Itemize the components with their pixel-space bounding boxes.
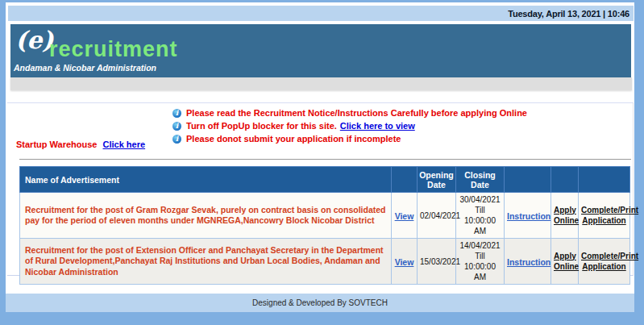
startup-warehouse-link[interactable]: Click here — [103, 140, 146, 149]
opening-date: 02/04/2021 — [418, 193, 456, 239]
advertisement-name: Recruitment for the post of Extension Of… — [20, 239, 392, 285]
notice-item: i Please donot submit your application i… — [172, 134, 527, 144]
opening-date: 15/03/2021 — [418, 239, 456, 285]
info-icon: i — [172, 109, 181, 118]
table-header-row: Name of Advertisement Opening Date Closi… — [20, 167, 630, 193]
menu-bar — [10, 77, 632, 90]
site-header: (e) recruitment Andaman & Nicobar Admini… — [10, 24, 631, 77]
notice-text: Please read the Recruitment Notice/Instr… — [186, 108, 527, 118]
col-header-name: Name of Advertisement — [20, 167, 392, 193]
col-header-apply — [551, 167, 579, 193]
table-row: Recruitment for the post of Extension Of… — [20, 239, 630, 285]
col-header-print — [579, 167, 630, 193]
notice-text: Turn off PopUp blocker for this site. — [186, 121, 337, 131]
col-header-view — [392, 167, 418, 193]
closing-date-line2: 10:00:00 AM — [464, 262, 496, 281]
view-link[interactable]: View — [395, 211, 414, 221]
instruction-link[interactable]: Instruction — [507, 257, 551, 267]
complete-print-application-link[interactable]: Complete/PrintApplication — [581, 205, 627, 227]
site-logo-text: recruitment — [49, 37, 178, 62]
date-bar: Tuesday, April 13, 2021 | 10:46 — [8, 6, 634, 21]
current-datetime: Tuesday, April 13, 2021 | 10:46 — [508, 9, 629, 19]
closing-date-line1: 30/04/2021 Till — [459, 195, 500, 215]
view-link[interactable]: View — [395, 257, 414, 267]
startup-warehouse-label: Startup Warehouse — [16, 140, 97, 149]
content-panel: i Please read the Recruitment Notice/Ins… — [7, 102, 634, 276]
complete-print-application-link[interactable]: Complete/PrintApplication — [581, 251, 627, 273]
advertisement-name: Recruitment for the post of Gram Rozgar … — [20, 193, 392, 239]
info-icon: i — [172, 122, 181, 131]
advertisement-table: Name of Advertisement Opening Date Closi… — [19, 166, 630, 285]
footer-bar: Designed & Developed By SOVTECH — [6, 294, 634, 312]
col-header-instruction — [505, 167, 551, 193]
closing-date: 14/04/2021 Till 10:00:00 AM — [456, 239, 505, 285]
notice-text: Please donot submit your application if … — [186, 134, 401, 144]
instruction-link[interactable]: Instruction — [507, 211, 551, 221]
startup-warehouse-line: Startup Warehouse Click here — [16, 140, 145, 149]
divider — [19, 159, 631, 160]
closing-date-line2: 10:00:00 AM — [464, 216, 496, 235]
apply-online-cell: ApplyOnline — [551, 239, 579, 285]
print-application-cell: Complete/PrintApplication — [579, 239, 630, 285]
page: { "topbar": { "datetime": "Tuesday, Apri… — [0, 0, 644, 325]
e-logo-icon: (e) — [15, 26, 53, 54]
apply-online-link[interactable]: ApplyOnline — [554, 205, 575, 227]
notice-list: i Please read the Recruitment Notice/Ins… — [172, 108, 527, 147]
closing-date: 30/04/2021 Till 10:00:00 AM — [456, 193, 505, 239]
apply-online-cell: ApplyOnline — [551, 193, 579, 239]
footer-credit: Designed & Developed By SOVTECH — [252, 298, 388, 307]
notice-item: i Please read the Recruitment Notice/Ins… — [172, 108, 527, 118]
popup-view-link[interactable]: Click here to view — [340, 121, 415, 131]
col-header-opening-date: Opening Date — [418, 167, 456, 193]
print-application-cell: Complete/PrintApplication — [579, 193, 630, 239]
apply-online-link[interactable]: ApplyOnline — [554, 251, 575, 273]
notice-item: i Turn off PopUp blocker for this site. … — [172, 121, 527, 131]
site-subtitle: Andaman & Nicobar Administration — [14, 63, 156, 73]
page-body: Tuesday, April 13, 2021 | 10:46 (e) recr… — [6, 2, 634, 312]
col-header-closing-date: Closing Date — [456, 167, 505, 193]
closing-date-line1: 14/04/2021 Till — [459, 241, 500, 260]
info-icon: i — [172, 135, 181, 144]
table-row: Recruitment for the post of Gram Rozgar … — [20, 193, 630, 239]
